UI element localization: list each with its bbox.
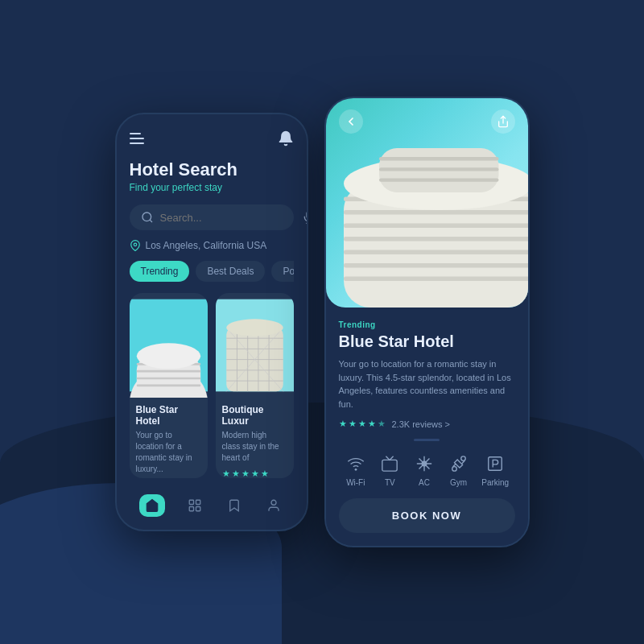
- svg-rect-38: [344, 250, 528, 255]
- svg-rect-37: [344, 237, 528, 242]
- amenity-ac: AC: [413, 452, 436, 487]
- hero-building-svg: [326, 130, 528, 308]
- svg-point-27: [226, 319, 283, 336]
- location-icon: [130, 240, 141, 251]
- mic-icon[interactable]: [302, 211, 308, 224]
- svg-point-0: [142, 213, 151, 221]
- hotel-card-body-2: Boutique Luxur Modern high class stay in…: [216, 398, 294, 478]
- svg-rect-44: [379, 167, 499, 171]
- svg-rect-43: [379, 157, 499, 160]
- nav-bookmark[interactable]: [225, 496, 244, 515]
- hotel-desc-2: Modern high class stay in the heart of: [222, 430, 287, 464]
- svg-rect-54: [489, 457, 502, 471]
- p2-topbar: [326, 109, 528, 134]
- svg-rect-2: [307, 212, 308, 217]
- hotels-grid: Blue Star Hotel Your go to location for …: [130, 293, 294, 478]
- amenity-wifi: Wi-Fi: [345, 452, 367, 487]
- back-button[interactable]: [339, 109, 363, 134]
- amenities-row: Wi-Fi TV: [339, 452, 515, 487]
- rating-row: ★ ★ ★ ★ ★ 2.3K reviews >: [339, 419, 515, 429]
- notifications-button[interactable]: [278, 130, 294, 147]
- hotel-card-body-1: Blue Star Hotel Your go to location for …: [130, 398, 208, 478]
- svg-rect-31: [196, 507, 200, 511]
- tab-trending[interactable]: Trending: [130, 261, 190, 282]
- ac-icon: [413, 452, 436, 475]
- wifi-icon: [345, 452, 367, 475]
- hotel-detail-desc: Your go to location for a romantic stay …: [339, 357, 515, 411]
- bottom-nav: [130, 485, 294, 530]
- amenity-gym: Gym: [448, 452, 470, 487]
- svg-rect-11: [136, 378, 200, 380]
- svg-point-50: [460, 456, 465, 461]
- svg-point-13: [136, 343, 200, 369]
- ac-label: AC: [419, 478, 430, 487]
- hotel-stars-2: ★ ★ ★ ★ ★: [222, 469, 287, 478]
- svg-rect-10: [136, 370, 200, 373]
- nav-home[interactable]: [139, 494, 165, 517]
- svg-rect-45: [379, 178, 499, 181]
- nav-profile[interactable]: [264, 496, 283, 515]
- svg-rect-29: [196, 500, 200, 504]
- svg-point-51: [452, 467, 456, 472]
- page-title: Hotel Search: [130, 159, 294, 180]
- phone1: Hotel Search Find your perfect stay: [115, 113, 308, 531]
- hotel-card-2[interactable]: Boutique Luxur Modern high class stay in…: [216, 293, 294, 478]
- parking-icon: [484, 452, 506, 475]
- book-now-button[interactable]: BOOK NOW: [339, 498, 515, 533]
- search-bar[interactable]: [130, 204, 294, 230]
- hotel-detail-name: Blue Star Hotel: [339, 332, 515, 351]
- parking-label: Parking: [481, 478, 509, 487]
- svg-rect-36: [344, 224, 528, 229]
- location-bar: Los Angeles, California USA: [130, 240, 294, 251]
- svg-rect-28: [189, 500, 193, 504]
- phones-container: Hotel Search Find your perfect stay: [115, 97, 530, 547]
- reviews-link[interactable]: 2.3K reviews >: [392, 419, 450, 429]
- svg-point-5: [134, 243, 137, 246]
- svg-rect-12: [136, 385, 200, 387]
- tv-icon: [378, 452, 401, 475]
- svg-rect-39: [344, 263, 528, 268]
- hotel-building-svg-2: [216, 293, 294, 398]
- tab-popular[interactable]: Popular: [271, 261, 293, 282]
- svg-rect-30: [189, 507, 193, 511]
- hotel-image-2: [216, 293, 294, 398]
- menu-button[interactable]: [130, 133, 144, 144]
- p2-bottom-panel: Trending Blue Star Hotel Your go to loca…: [326, 308, 528, 546]
- filter-tabs: Trending Best Deals Popular: [130, 261, 294, 282]
- wifi-label: Wi-Fi: [346, 478, 365, 487]
- gym-icon: [448, 452, 470, 475]
- svg-rect-48: [382, 460, 397, 471]
- tab-best-deals[interactable]: Best Deals: [196, 261, 265, 282]
- page-subtitle: Find your perfect stay: [130, 182, 294, 193]
- divider: [414, 439, 440, 441]
- svg-rect-35: [344, 210, 528, 215]
- amenity-tv: TV: [378, 452, 401, 487]
- hotel-desc-1: Your go to location for a romantic stay …: [136, 430, 201, 475]
- detail-stars: ★ ★ ★ ★ ★: [339, 419, 386, 429]
- hotel-card-1[interactable]: Blue Star Hotel Your go to location for …: [130, 293, 208, 478]
- hotel-name-1: Blue Star Hotel: [136, 404, 201, 427]
- amenity-parking: Parking: [481, 452, 509, 487]
- gym-label: Gym: [450, 478, 467, 487]
- hotel-name-2: Boutique Luxur: [222, 404, 287, 427]
- hotel-image-1: [130, 293, 208, 398]
- hotel-hero: [326, 98, 528, 308]
- svg-line-1: [150, 220, 152, 222]
- hotel-building-svg-1: [130, 293, 208, 398]
- share-button[interactable]: [491, 109, 515, 134]
- search-input[interactable]: [160, 212, 295, 224]
- search-icon: [141, 211, 154, 224]
- nav-grid[interactable]: [185, 496, 204, 515]
- location-text: Los Angeles, California USA: [146, 240, 267, 251]
- p1-header: [130, 130, 294, 147]
- phone2: Trending Blue Star Hotel Your go to loca…: [324, 97, 530, 547]
- svg-rect-40: [344, 277, 528, 282]
- tv-label: TV: [385, 478, 395, 487]
- svg-point-32: [271, 500, 276, 505]
- trending-badge: Trending: [339, 320, 515, 329]
